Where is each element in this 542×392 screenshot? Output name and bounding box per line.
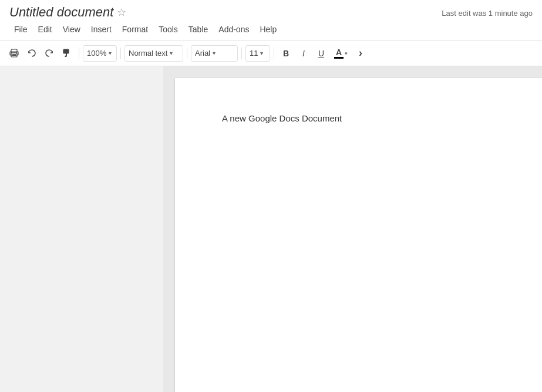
svg-rect-8: [66, 53, 67, 56]
menu-bar: File Edit View Insert Format Tools Table…: [0, 20, 542, 40]
undo-button[interactable]: [23, 45, 40, 62]
font-color-bar: [334, 57, 344, 59]
style-value: Normal text: [129, 49, 167, 58]
paint-format-icon: [62, 49, 72, 58]
font-value: Arial: [195, 49, 210, 58]
more-icon: ›: [359, 47, 362, 59]
document-content[interactable]: A new Google Docs Document: [222, 113, 495, 123]
menu-item-file[interactable]: File: [9, 22, 32, 36]
bold-button[interactable]: B: [278, 45, 294, 62]
redo-icon: [45, 49, 54, 58]
redo-button[interactable]: [41, 45, 58, 62]
document-page[interactable]: A new Google Docs Document: [175, 78, 542, 392]
bold-label: B: [283, 49, 289, 58]
title-left: Untitled document ☆: [9, 5, 126, 20]
paint-format-button[interactable]: [59, 45, 75, 62]
font-arrow: ▾: [213, 50, 216, 56]
menu-item-format[interactable]: Format: [117, 22, 153, 36]
font-color-label: A: [336, 48, 342, 56]
title-bar: Untitled document ☆ Last edit was 1 minu…: [0, 0, 542, 20]
toolbar-divider-5: [274, 48, 274, 59]
italic-button[interactable]: I: [295, 45, 312, 62]
main-area: A new Google Docs Document: [0, 66, 542, 392]
toolbar-divider-1: [79, 48, 79, 59]
menu-item-edit[interactable]: Edit: [33, 22, 57, 36]
doc-title[interactable]: Untitled document: [9, 5, 113, 20]
font-color-arrow: ▾: [345, 50, 348, 56]
zoom-value: 100%: [87, 49, 106, 58]
last-edit-label: Last edit was 1 minute ago: [442, 8, 533, 18]
size-arrow: ▾: [260, 50, 263, 56]
menu-item-addons[interactable]: Add-ons: [214, 22, 254, 36]
undo-icon: [27, 49, 36, 58]
italic-label: I: [302, 49, 305, 58]
menu-item-tools[interactable]: Tools: [154, 22, 183, 36]
svg-point-5: [16, 53, 17, 54]
svg-rect-2: [12, 54, 16, 55]
size-value: 11: [250, 49, 258, 58]
star-icon[interactable]: ☆: [117, 6, 126, 19]
toolbar: 100% ▾ Normal text ▾ Arial ▾ 11 ▾ B I U …: [0, 40, 542, 66]
style-arrow: ▾: [170, 50, 173, 56]
menu-item-help[interactable]: Help: [255, 22, 281, 36]
print-button[interactable]: [6, 45, 22, 62]
more-button[interactable]: ›: [352, 45, 369, 62]
print-icon: [9, 49, 19, 58]
document-area[interactable]: A new Google Docs Document: [163, 66, 542, 392]
font-size-select[interactable]: 11 ▾: [245, 45, 270, 62]
font-select[interactable]: Arial ▾: [191, 45, 238, 62]
svg-rect-0: [11, 49, 17, 53]
font-color-button[interactable]: A ▾: [331, 45, 351, 62]
style-select[interactable]: Normal text ▾: [124, 45, 183, 62]
menu-item-insert[interactable]: Insert: [86, 22, 116, 36]
toolbar-divider-2: [120, 48, 121, 59]
underline-label: U: [318, 49, 324, 58]
svg-rect-7: [63, 49, 69, 53]
toolbar-divider-3: [187, 48, 187, 59]
left-panel: [0, 66, 163, 392]
zoom-arrow: ▾: [109, 50, 112, 56]
underline-button[interactable]: U: [313, 45, 329, 62]
toolbar-divider-4: [241, 48, 242, 59]
zoom-select[interactable]: 100% ▾: [83, 45, 117, 62]
font-color-indicator: A: [334, 48, 344, 59]
menu-item-table[interactable]: Table: [184, 22, 213, 36]
menu-item-view[interactable]: View: [58, 22, 85, 36]
